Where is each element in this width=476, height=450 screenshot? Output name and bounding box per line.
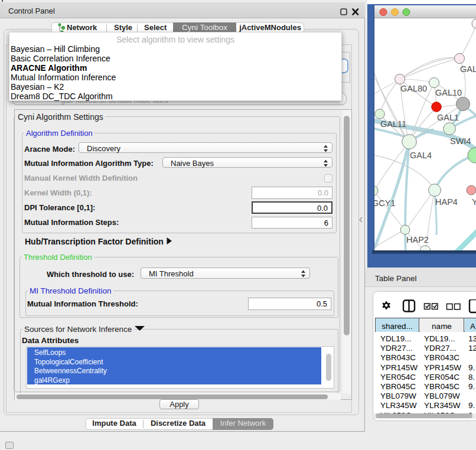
svg-text:GAL4: GAL4 [410,151,432,160]
svg-text:Y: Y [472,197,476,207]
svg-text:HAP2: HAP2 [406,235,429,244]
svg-text:GAL10: GAL10 [435,88,462,97]
svg-text:GAL: GAL [460,64,476,74]
svg-text:GAL1: GAL1 [437,113,459,122]
svg-text:GCY1: GCY1 [374,198,396,208]
svg-text:GAL80: GAL80 [400,84,427,93]
svg-text:SWI4: SWI4 [450,136,471,146]
svg-text:HAP4: HAP4 [435,197,458,207]
svg-text:GAL11: GAL11 [380,119,406,129]
